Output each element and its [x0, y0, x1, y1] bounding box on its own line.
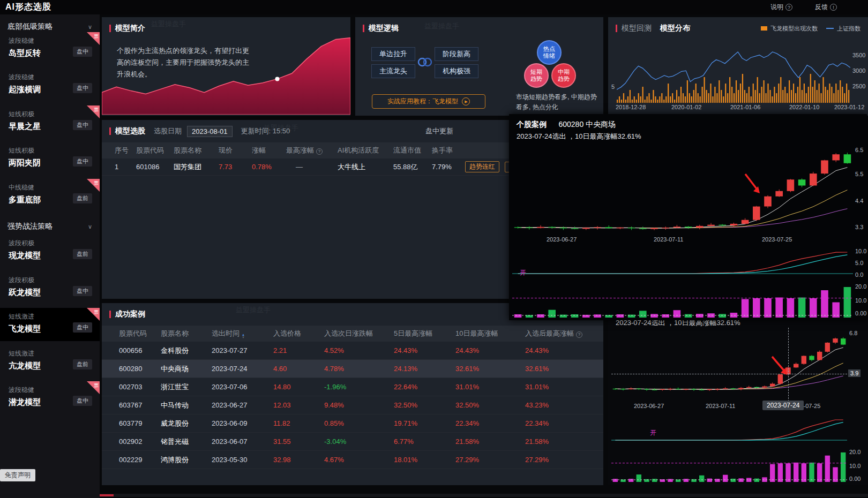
code-cell: 600280: [119, 365, 161, 373]
y-axis-label: 5.5: [855, 171, 867, 177]
sidebar-item-island-reversal[interactable]: 波段稳健 岛型反转 盘中 票: [0, 32, 100, 65]
scrollbar-thumb[interactable]: [100, 494, 114, 496]
y-axis-label: 20.0: [855, 283, 867, 290]
sidebar-section-strong-tactics[interactable]: 强势战法策略 ∨: [0, 218, 100, 235]
chart-legend: 飞龙模型出现次数 上证指数: [761, 25, 860, 33]
d5-cell: 6.77%: [394, 437, 455, 446]
case-volume-chart[interactable]: [611, 448, 847, 482]
session-badge: 盘中: [73, 120, 92, 130]
case-row[interactable]: 002902 铭普光磁 2023-06-07 31.55 -3.04% 6.77…: [102, 433, 603, 451]
accent-bar: [109, 311, 111, 318]
sidebar-item-multi-bottom[interactable]: 中线稳健 多重底部 盘前 票: [0, 179, 100, 212]
d5-cell: 24.43%: [394, 346, 455, 354]
sort-icon[interactable]: ▲▼: [242, 334, 245, 339]
sidebar-item-yuelong-model[interactable]: 波段积极 跃龙模型 盘中: [0, 271, 100, 305]
x-axis-label: 2023-06-27: [634, 403, 664, 409]
after-cell: 43.23%: [525, 401, 603, 409]
session-badge: 盘中: [73, 47, 92, 57]
next-day-cell: 9.48%: [324, 401, 394, 409]
date-picker[interactable]: 2023-08-01: [187, 126, 233, 137]
crosshair-date-tooltip: 2023-07-24: [762, 401, 804, 410]
case-row[interactable]: 603767 中马传动 2023-06-27 12.03 9.48% 32.50…: [102, 396, 603, 414]
after-cell: 22.34%: [525, 419, 603, 427]
sidebar-item-qizhanghengdiao[interactable]: 波段稳健 起涨横调 盘中: [0, 69, 100, 102]
sidebar-item-morning-star[interactable]: 短线积极 早晨之星 盘中 票: [0, 105, 100, 139]
panel-model-logic: 模型逻辑 单边拉升 阶段新高 主流龙头 机构极强 实战应用教程：飞龙模型 ▶ 热…: [355, 17, 603, 116]
strategy-category: 短线激进: [9, 312, 100, 321]
bar-swatch-icon: [761, 26, 767, 31]
session-badge: 盘中: [73, 286, 92, 296]
case-row[interactable]: 603779 威龙股份 2023-06-09 11.82 0.85% 19.71…: [102, 414, 603, 433]
tab-distribution[interactable]: 模型分布: [660, 24, 690, 33]
strategy-name: 多重底部: [9, 195, 41, 205]
panel-title: 模型选股: [115, 126, 145, 136]
trend-tag-button[interactable]: 趋势连红: [465, 161, 499, 172]
strategy-category: 短线激进: [9, 349, 100, 358]
date-cell: 2023-06-07: [212, 437, 273, 446]
next-day-cell: -1.96%: [324, 383, 394, 391]
session-badge: 盘前: [73, 359, 92, 369]
logic-box-danbianlasheng: 单边拉升: [371, 47, 415, 61]
session-badge: 盘中: [73, 83, 92, 93]
strategy-name: 早晨之星: [9, 122, 41, 132]
date-cell: 2023-07-24: [212, 365, 273, 373]
strategy-category: 短线积极: [9, 146, 100, 155]
name-cell: 鸿博股份: [161, 455, 212, 465]
sidebar-item-qianlong-model[interactable]: 波段稳健 潜龙模型 盘中 票: [0, 381, 100, 414]
col-name: 股票名称: [161, 329, 212, 338]
question-circle-icon: ?: [576, 331, 582, 338]
sidebar-item-liangyangjiayin[interactable]: 短线积极 两阳夹阴 盘中: [0, 142, 100, 175]
col-code: 股票代码: [119, 329, 161, 338]
entry-price-cell: 32.98: [273, 456, 324, 464]
sidebar-item-kanglong-model[interactable]: 短线激进 亢龙模型 盘前: [0, 345, 100, 378]
case-row[interactable]: 002703 浙江世宝 2023-07-06 14.80 -1.96% 22.6…: [102, 378, 603, 396]
tab-backtest[interactable]: 模型回测: [622, 24, 652, 33]
y-axis-label: 6.5: [855, 147, 867, 153]
ticket-corner-badge: 票: [87, 308, 100, 321]
date-cell: 2023-07-06: [212, 383, 273, 391]
panel-stock-case: 个股案例 600280 中央商场 2023-07-24选出 ，10日最高涨幅32…: [608, 303, 868, 485]
popup-volume-chart[interactable]: [512, 282, 853, 318]
name-cell: 金科股份: [161, 346, 212, 356]
tutorial-label: 实战应用教程：飞龙模型: [387, 97, 458, 106]
horizontal-scrollbar[interactable]: [100, 494, 868, 497]
panel-header: 模型回测 模型分布 飞龙模型出现次数 上证指数: [608, 17, 868, 40]
case-candlestick-chart[interactable]: [611, 328, 847, 397]
topbar: AI形态选股 说明? 反馈!: [0, 0, 868, 14]
distribution-chart[interactable]: [617, 47, 850, 103]
col-select-date[interactable]: 选出时间▲▼: [212, 329, 273, 339]
name-cell: 威龙股份: [161, 419, 212, 428]
logic-box-jieduanxingao: 阶段新高: [435, 47, 478, 61]
strategy-category: 波段稳健: [9, 36, 100, 46]
help-link[interactable]: 说明?: [770, 3, 792, 12]
sidebar-item-xianlong-model[interactable]: 波段积极 现龙模型 盘前: [0, 235, 100, 268]
cases-table-header: 股票代码 股票名称 选出时间▲▼ 入选价格 入选次日涨跌幅 5日最高涨幅 10日…: [102, 326, 603, 342]
sidebar-item-feilong-model[interactable]: 短线激进 飞龙模型 盘中 票: [0, 308, 100, 341]
disclaimer-button[interactable]: 免责声明: [0, 469, 35, 481]
feedback-link[interactable]: 反馈!: [815, 3, 837, 12]
entry-price-cell: 2.21: [273, 346, 324, 354]
popup-indicator-chart[interactable]: [512, 247, 853, 278]
x-axis-label: 2023-07-11: [706, 403, 735, 409]
case-row-selected[interactable]: 600280 中央商场 2023-07-24 4.60 4.78% 24.13%…: [102, 360, 603, 378]
strategy-name: 飞龙模型: [9, 324, 41, 334]
section-label: 底部低吸策略: [8, 22, 53, 32]
case-indicator-chart[interactable]: [611, 414, 847, 444]
y-axis-label: 6.8: [849, 330, 861, 336]
ai-activity-cell: 大牛线上: [338, 162, 393, 172]
intraday-update-status[interactable]: 盘中更新: [425, 126, 453, 136]
d10-cell: 22.34%: [455, 419, 525, 427]
case-row[interactable]: 000656 金科股份 2023-07-27 2.21 4.52% 24.43%…: [102, 342, 603, 360]
x-axis-label: 2022-01-10: [789, 104, 819, 110]
popup-candlestick-chart[interactable]: [512, 144, 853, 237]
col-market-cap: 流通市值: [393, 146, 432, 155]
code-cell: 601086: [136, 163, 174, 171]
strategy-category: 波段积极: [9, 239, 100, 248]
x-axis-label: 2023-07-11: [654, 236, 683, 243]
panel-title: 模型逻辑: [369, 24, 399, 33]
tutorial-button[interactable]: 实战应用教程：飞龙模型 ▶: [372, 94, 485, 109]
case-row[interactable]: 002229 鸿博股份 2023-05-30 32.98 4.67% 18.01…: [102, 451, 603, 469]
sidebar: 底部低吸策略 ∨ 波段稳健 岛型反转 盘中 票 波段稳健 起涨横调 盘中 短线积…: [0, 14, 100, 498]
popup-title: 个股案例 600280 中央商场: [517, 119, 616, 130]
intro-text: 个股作为主流热点的领涨龙头，有望打出更高的连板空间，主要用于把握强势龙头的主升浪…: [117, 45, 254, 80]
